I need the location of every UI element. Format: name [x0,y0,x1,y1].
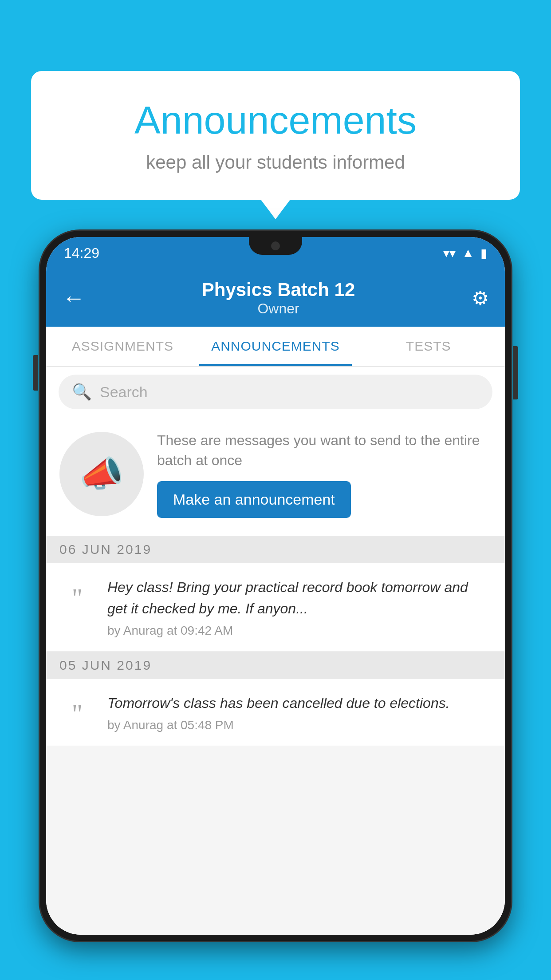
status-icons: ▾▾ ▲ ▮ [443,246,487,261]
speech-bubble-title: Announcements [67,98,484,143]
date-separator-1: 06 JUN 2019 [46,536,505,563]
battery-icon: ▮ [480,246,487,261]
app-bar: ← Physics Batch 12 Owner ⚙ [46,269,505,327]
app-bar-subtitle: Owner [85,300,472,317]
announcement-item-1: " Hey class! Bring your practical record… [46,563,505,652]
notch [249,237,302,255]
speech-bubble-container: Announcements keep all your students inf… [31,71,520,200]
notch-camera [271,241,280,250]
quote-icon-circle-1: " [59,580,95,616]
phone-container: 14:29 ▾▾ ▲ ▮ ← Physics Batch 12 Owner ⚙ [40,231,511,980]
signal-icon: ▲ [462,246,474,260]
megaphone-icon: 📣 [79,453,124,495]
announcement-body-2: Tomorrow's class has been cancelled due … [107,692,492,732]
promo-text: These are messages you want to send to t… [157,431,492,470]
status-time: 14:29 [64,245,99,261]
announcement-body-1: Hey class! Bring your practical record b… [107,577,492,638]
search-icon: 🔍 [72,383,92,401]
quote-icon-1: " [72,585,83,611]
quote-icon-circle-2: " [59,696,95,731]
tab-tests[interactable]: TESTS [352,327,505,366]
back-button[interactable]: ← [62,285,85,311]
tab-assignments[interactable]: ASSIGNMENTS [46,327,199,366]
speech-bubble: Announcements keep all your students inf… [31,71,520,200]
status-bar: 14:29 ▾▾ ▲ ▮ [46,237,505,269]
phone-outer: 14:29 ▾▾ ▲ ▮ ← Physics Batch 12 Owner ⚙ [40,231,511,941]
app-bar-title: Physics Batch 12 [85,279,472,300]
tab-announcements[interactable]: ANNOUNCEMENTS [199,327,352,366]
promo-icon-circle: 📣 [59,432,144,516]
speech-bubble-subtitle: keep all your students informed [67,152,484,173]
tabs-bar: ASSIGNMENTS ANNOUNCEMENTS TESTS [46,327,505,367]
announcement-meta-1: by Anurag at 09:42 AM [107,624,492,638]
promo-right: These are messages you want to send to t… [157,431,492,518]
announcement-message-1: Hey class! Bring your practical record b… [107,577,492,619]
announcement-message-2: Tomorrow's class has been cancelled due … [107,692,492,714]
announcement-item-2: " Tomorrow's class has been cancelled du… [46,679,505,746]
settings-icon[interactable]: ⚙ [472,287,489,309]
app-bar-title-area: Physics Batch 12 Owner [85,279,472,317]
wifi-icon: ▾▾ [443,246,456,261]
date-separator-2: 05 JUN 2019 [46,652,505,679]
search-input[interactable]: Search [100,383,148,401]
search-bar-container: 🔍 Search [46,367,505,417]
search-bar[interactable]: 🔍 Search [59,375,492,409]
quote-icon-2: " [72,700,83,727]
promo-section: 📣 These are messages you want to send to… [46,417,505,536]
phone-content: 🔍 Search 📣 These are messages you want t… [46,367,505,935]
phone-screen: 14:29 ▾▾ ▲ ▮ ← Physics Batch 12 Owner ⚙ [46,237,505,935]
make-announcement-button[interactable]: Make an announcement [157,481,351,518]
announcement-meta-2: by Anurag at 05:48 PM [107,718,492,732]
